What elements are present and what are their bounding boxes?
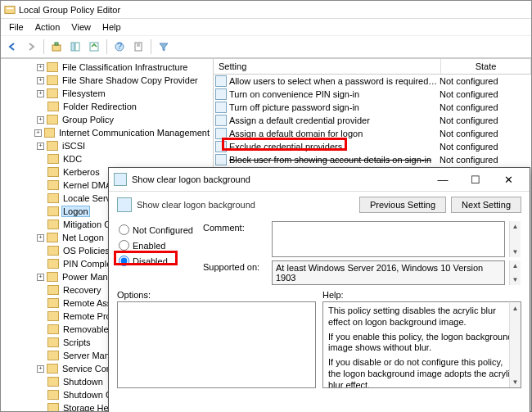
forward-button[interactable] [23,38,39,55]
expand-icon[interactable]: + [37,77,44,84]
app-icon [4,4,16,16]
row-state: Not configured [440,142,530,152]
tree-item-label: Group Policy [61,115,115,125]
export-icon[interactable] [86,38,102,55]
help-icon[interactable]: ? [111,38,128,55]
col-setting[interactable]: Setting [214,59,441,74]
supported-label: Supported on: [203,260,267,272]
radio-disabled[interactable]: Disabled [119,256,193,266]
maximize-button[interactable]: ☐ [459,170,492,189]
folder-icon [47,141,58,151]
up-icon[interactable] [48,38,65,55]
list-row[interactable]: Block user from showing account details … [214,153,531,166]
folder-icon [47,337,59,347]
folder-icon [47,364,58,374]
expand-icon[interactable]: + [37,116,44,124]
list-row[interactable]: Turn off picture password sign-inNot con… [214,101,531,114]
policy-row-icon [215,141,227,152]
close-button[interactable]: ✕ [492,170,525,189]
supported-scrollbar[interactable]: ▲▼ [509,260,521,285]
tree-item[interactable]: +Internet Communication Management [2,126,211,139]
expand-icon[interactable]: + [37,365,44,373]
row-state: Not configured [440,76,530,86]
folder-icon [44,128,55,138]
dialog-titlebar[interactable]: Show clear logon background — ☐ ✕ [109,168,530,191]
radio-not-configured[interactable]: Not Configured [119,224,193,235]
menu-action[interactable]: Action [30,20,65,34]
folder-icon [47,324,59,334]
tree-item-label: Logon [61,206,90,217]
policy-row-icon [215,75,227,87]
menubar: File Action View Help [1,19,531,35]
row-label: Turn on convenience PIN sign-in [229,89,440,99]
comment-scrollbar[interactable]: ▲▼ [509,221,521,257]
help-scrollbar[interactable]: ▲▼ [509,303,521,387]
list-row[interactable]: Exclude credential providersNot configur… [214,140,531,153]
menu-file[interactable]: File [4,20,29,34]
tree-item-label: File Share Shadow Copy Provider [61,75,200,85]
tree-item[interactable]: +File Classification Infrastructure [2,61,211,74]
list-row[interactable]: Assign a default domain for logonNot con… [214,127,531,140]
folder-icon [47,102,59,111]
policy-heading: Show clear logon background [137,200,354,210]
folder-icon [47,311,59,321]
show-hide-icon[interactable] [67,38,83,55]
folder-icon [47,259,59,269]
svg-rect-5 [75,43,79,51]
options-box [117,301,316,388]
tree-item-label: OS Policies [61,246,111,256]
policy-row-icon [215,115,227,126]
tree-item[interactable]: Folder Redirection [2,100,211,113]
previous-setting-button[interactable]: Previous Setting [359,197,446,213]
folder-icon [47,180,59,190]
list-row[interactable]: Assign a default credential providerNot … [214,114,531,127]
folder-icon [47,351,59,360]
back-button[interactable] [4,38,20,55]
supported-field: Supported on: At least Windows Server 20… [203,260,521,285]
tree-item[interactable]: +File Share Shadow Copy Provider [2,74,211,87]
radio-enabled[interactable]: Enabled [119,240,193,251]
folder-icon [47,206,59,216]
tree-item-label: iSCSI [61,141,87,151]
radio-group: Not Configured Enabled Disabled [117,221,195,285]
menu-help[interactable]: Help [97,20,126,34]
list-row[interactable]: Turn on convenience PIN sign-inNot confi… [214,88,531,101]
tree-item-label: Folder Redirection [61,102,138,111]
row-label: Assign a default domain for logon [229,129,440,138]
expand-icon[interactable]: + [37,143,44,150]
svg-text:?: ? [117,42,122,51]
options-pane: Options: [117,290,316,388]
folder-icon [47,403,59,411]
expand-icon[interactable]: + [34,129,42,137]
help-pane: Help: This policy setting disables the a… [322,290,521,388]
properties-icon[interactable] [130,38,147,55]
col-state[interactable]: State [441,59,531,74]
minimize-button[interactable]: — [426,170,459,189]
next-setting-button[interactable]: Next Setting [451,197,521,213]
menu-view[interactable]: View [66,20,96,34]
tree-item-label: Internet Communication Management [57,128,211,138]
expand-icon[interactable]: + [37,234,44,242]
help-label: Help: [322,290,521,300]
policy-dialog: Show clear logon background — ☐ ✕ Show c… [108,167,530,412]
comment-field: Comment: ▲▼ [203,221,521,257]
filter-icon[interactable] [156,38,172,55]
list-row[interactable]: Allow users to select when a password is… [214,75,531,88]
folder-icon [47,115,58,125]
supported-text: At least Windows Server 2016, Windows 10… [272,260,505,285]
svg-rect-4 [71,43,74,51]
expand-icon[interactable]: + [37,274,44,281]
svg-rect-0 [5,6,15,13]
expand-icon[interactable]: + [37,90,44,97]
comment-label: Comment: [203,221,267,233]
folder-icon [47,246,59,256]
tree-item[interactable]: +Filesystem [2,87,211,100]
folder-icon [47,75,58,85]
tree-item-label: Recovery [61,285,102,295]
tree-item[interactable]: +Group Policy [2,113,211,126]
tree-item[interactable]: +iSCSI [2,139,211,152]
folder-icon [47,220,59,229]
comment-input[interactable] [272,221,505,257]
expand-icon[interactable]: + [37,64,44,71]
tree-item[interactable]: KDC [2,152,211,165]
